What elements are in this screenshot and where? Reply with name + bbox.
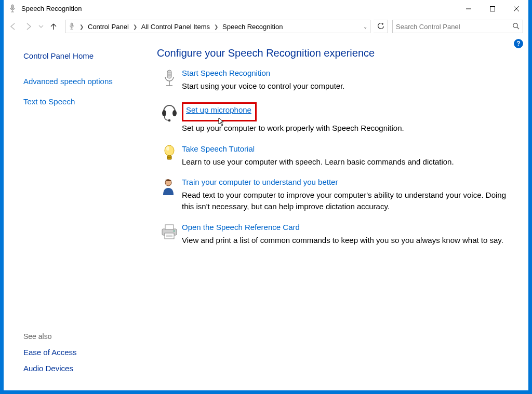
printer-icon [157,223,182,246]
text-to-speech-link[interactable]: Text to Speech [23,97,157,106]
refresh-button[interactable] [374,20,388,33]
start-speech-recognition-link[interactable]: Start Speech Recognition [182,69,270,77]
svg-point-20 [168,119,171,121]
lightbulb-icon [157,144,182,168]
task-take-speech-tutorial: Take Speech Tutorial Learn to use your c… [157,144,513,168]
address-dropdown-button[interactable]: ⌄ [361,24,370,30]
task-start-speech-recognition: Start Speech Recognition Start using you… [157,69,513,92]
forward-button[interactable] [21,19,36,34]
close-button[interactable] [504,0,528,17]
minimize-button[interactable] [457,0,481,17]
chevron-right-icon[interactable]: ❯ [131,24,139,30]
search-input[interactable]: Search Control Panel [392,20,523,33]
svg-point-31 [174,230,175,232]
content-area: ? Control Panel Home Advanced speech opt… [4,36,528,390]
task-set-up-microphone: Set up microphone Set up your computer t… [157,102,513,134]
window-title: Speech Recognition [21,5,82,12]
breadcrumb-control-panel[interactable]: Control Panel [86,23,131,31]
microphone-icon [157,69,182,92]
breadcrumb-speech-recognition[interactable]: Speech Recognition [220,23,285,31]
svg-point-10 [513,23,517,27]
person-icon [157,178,182,212]
chevron-right-icon[interactable]: ❯ [212,24,220,30]
svg-point-21 [165,145,174,156]
task-description: View and print a list of common commands… [182,235,513,246]
headset-icon [157,102,182,134]
address-bar[interactable]: ❯ Control Panel ❯ All Control Panel Item… [65,20,370,33]
page-title: Configure your Speech Recognition experi… [157,47,513,59]
navigation-bar: ❯ Control Panel ❯ All Control Panel Item… [4,17,528,36]
svg-point-18 [162,110,166,116]
annotation-highlight-box: Set up microphone [182,102,257,121]
svg-rect-7 [71,23,72,26]
see-also-heading: See also [23,332,157,341]
svg-point-19 [172,110,177,116]
task-description: Learn to use your computer with speech. … [182,156,513,168]
see-also-section: See also Ease of Access Audio Devices [23,332,157,380]
set-up-microphone-link[interactable]: Set up microphone [186,105,251,114]
window-controls [457,0,528,17]
microphone-icon [66,22,77,31]
speech-reference-card-link[interactable]: Open the Speech Reference Card [182,223,300,232]
main-content: Configure your Speech Recognition experi… [157,42,528,390]
breadcrumb-all-items[interactable]: All Control Panel Items [139,23,212,31]
ease-of-access-link[interactable]: Ease of Access [23,348,157,357]
left-sidebar: Control Panel Home Advanced speech optio… [4,42,157,390]
back-button[interactable] [6,19,20,34]
task-description: Set up your computer to work properly wi… [182,123,513,134]
svg-rect-4 [490,6,495,11]
advanced-speech-options-link[interactable]: Advanced speech options [23,77,157,86]
search-placeholder: Search Control Panel [396,23,460,31]
svg-line-11 [517,27,519,29]
svg-rect-27 [165,225,174,229]
task-description: Read text to your computer to improve yo… [182,189,513,212]
titlebar: Speech Recognition [4,0,528,17]
svg-point-22 [166,146,169,151]
take-speech-tutorial-link[interactable]: Take Speech Tutorial [182,144,255,153]
audio-devices-link[interactable]: Audio Devices [23,364,157,373]
up-button[interactable] [46,19,61,34]
chevron-right-icon[interactable]: ❯ [77,24,86,30]
task-train-computer: Train your computer to understand you be… [157,178,513,212]
recent-locations-button[interactable] [37,19,45,34]
help-button[interactable]: ? [514,39,523,48]
control-panel-home-link[interactable]: Control Panel Home [23,51,157,60]
svg-rect-0 [11,5,14,9]
maximize-button[interactable] [481,0,504,17]
search-icon [512,22,520,31]
task-description: Start using your voice to control your c… [182,80,513,92]
train-computer-link[interactable]: Train your computer to understand you be… [182,178,338,186]
svg-rect-28 [165,233,174,239]
microphone-icon [8,4,17,13]
window: Speech Recognition [4,0,528,390]
task-speech-reference-card: Open the Speech Reference Card View and … [157,223,513,246]
